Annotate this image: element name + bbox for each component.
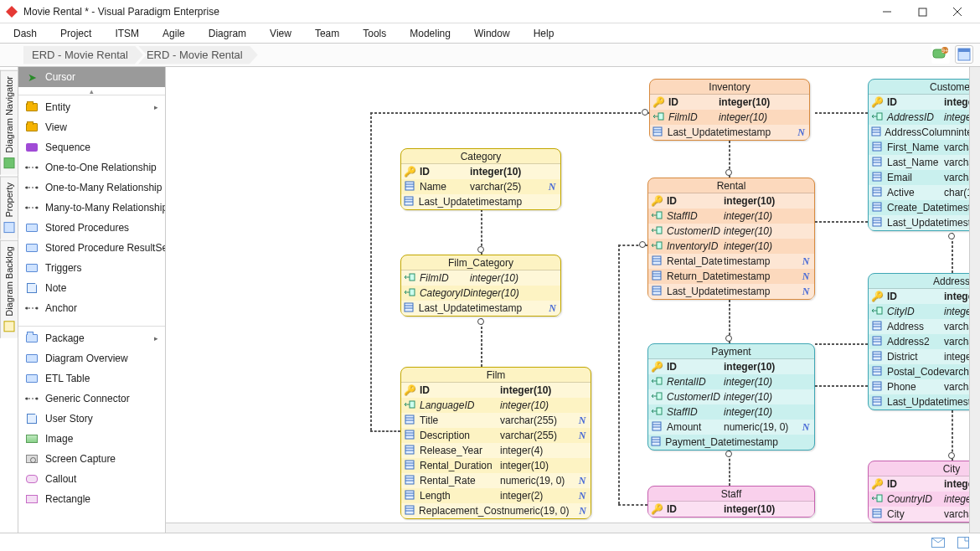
maximize-button[interactable] (905, 0, 940, 23)
feedback-icon[interactable]: 9+ (931, 45, 950, 64)
palette-stored-procedure-resultset[interactable]: Stored Procedure ResultSet (18, 238, 165, 258)
entity-row[interactable]: Addressvarchar(50)N (869, 319, 980, 334)
entity-row[interactable]: 🔑IDinteger(10) (648, 502, 814, 517)
entity-row[interactable]: AddressColumninteger(10) (869, 125, 980, 140)
relationship-line[interactable] (370, 430, 400, 432)
entity-row[interactable]: FilmIDinteger(10) (650, 110, 809, 125)
entity-row[interactable]: Last_UpdatetimestampN (648, 284, 814, 299)
relationship-line[interactable] (618, 245, 620, 504)
entity-row[interactable]: Last_UpdatetimestampN (650, 125, 809, 140)
entity-row[interactable]: Emailvarchar(50)N (869, 170, 980, 185)
entity-city[interactable]: City🔑IDinteger(10)CountryIDinteger(10)Ci… (868, 461, 980, 523)
entity-row[interactable]: Rental_Durationinteger(10) (401, 458, 591, 473)
relationship-line[interactable] (481, 318, 482, 367)
relationship-line[interactable] (815, 343, 868, 345)
entity-row[interactable]: Activechar(1) (869, 185, 980, 200)
entity-row[interactable]: 🔑IDinteger(10) (869, 476, 980, 492)
entity-header[interactable]: Film_Category (401, 255, 560, 270)
entity-row[interactable]: Rental_Ratenumeric(19, 0)N (401, 473, 591, 488)
palette-generic-connector[interactable]: Generic Connector (18, 389, 165, 409)
menu-modeling[interactable]: Modeling (410, 28, 451, 39)
entity-header[interactable]: Payment (648, 344, 814, 359)
entity-header[interactable]: Customer (869, 80, 980, 95)
menu-tools[interactable]: Tools (363, 28, 386, 39)
palette-etl-table[interactable]: ETL Table (18, 368, 165, 389)
close-button[interactable] (940, 0, 975, 23)
entity-rental[interactable]: Rental🔑IDinteger(10)StaffIDinteger(10)Cu… (647, 178, 815, 300)
palette-user-story[interactable]: User Story (18, 409, 165, 429)
palette-package[interactable]: Package▸ (18, 328, 165, 348)
palette-one-to-many-relationship[interactable]: One-to-Many Relationship (18, 178, 165, 198)
entity-row[interactable]: Payment_Datetimestamp (648, 435, 814, 450)
relationship-line[interactable] (815, 112, 868, 114)
breadcrumb[interactable]: ERD - Movie Rental (23, 46, 143, 64)
entity-row[interactable]: Descriptionvarchar(255)N (401, 428, 591, 443)
palette-anchor[interactable]: Anchor (18, 298, 165, 318)
relationship-line[interactable] (815, 221, 868, 223)
palette-diagram-overview[interactable]: Diagram Overview (18, 348, 165, 368)
palette-many-to-many-relationship[interactable]: Many-to-Many Relationship (18, 198, 165, 218)
entity-row[interactable]: 🔑IDinteger(10) (401, 383, 591, 398)
entity-row[interactable]: Last_UpdatetimestampN (401, 301, 560, 316)
entity-row[interactable]: InventoryIDinteger(10) (648, 239, 814, 254)
switch-view-icon[interactable] (955, 45, 973, 64)
entity-row[interactable]: Last_Updatetimestamp (401, 194, 560, 209)
side-tab-diagram-navigator[interactable]: Diagram Navigator (0, 70, 18, 175)
menu-dash[interactable]: Dash (13, 28, 37, 39)
entity-row[interactable]: FilmIDinteger(10) (401, 270, 560, 286)
entity-row[interactable]: 🔑IDinteger(10) (650, 95, 809, 110)
entity-row[interactable]: CityIDinteger(10) (869, 304, 980, 319)
mail-icon[interactable] (931, 536, 945, 549)
palette-one-to-one-relationship[interactable]: One-to-One Relationship (18, 157, 165, 178)
entity-row[interactable]: Last_UpdatetimestampN (869, 215, 980, 230)
palette-callout[interactable]: Callout (18, 469, 165, 489)
relationship-line[interactable] (370, 112, 372, 430)
entity-row[interactable]: Cityvarchar(50)N (869, 507, 980, 522)
entity-header[interactable]: Inventory (650, 80, 809, 95)
menu-itsm[interactable]: ITSM (115, 28, 139, 39)
palette-screen-capture[interactable]: Screen Capture (18, 449, 165, 469)
entity-payment[interactable]: Payment🔑IDinteger(10)RentalIDinteger(10)… (647, 343, 815, 451)
entity-film[interactable]: Film🔑IDinteger(10)LanguageIDinteger(10)T… (400, 367, 591, 519)
entity-staff[interactable]: Staff🔑IDinteger(10) (647, 486, 815, 518)
entity-row[interactable]: First_Namevarchar(255)N (869, 140, 980, 155)
entity-row[interactable]: Last_Updatetimestamp (869, 394, 980, 409)
entity-row[interactable]: CustomerIDinteger(10) (648, 224, 814, 239)
entity-row[interactable]: Districtinteger(20)N (869, 349, 980, 364)
entity-row[interactable]: AddressIDinteger(10) (869, 110, 980, 125)
entity-header[interactable]: Category (401, 149, 560, 164)
palette-triggers[interactable]: Triggers (18, 258, 165, 278)
entity-row[interactable]: Address2varchar(50)N (869, 334, 980, 349)
entity-row[interactable]: Phonevarchar(20)N (869, 379, 980, 394)
entity-category[interactable]: Category🔑IDinteger(10)Namevarchar(25)NLa… (400, 148, 561, 210)
menu-project[interactable]: Project (60, 28, 91, 39)
entity-row[interactable]: Titlevarchar(255)N (401, 413, 591, 428)
entity-row[interactable]: RentalIDinteger(10) (648, 374, 814, 389)
palette-cursor[interactable]: ➤Cursor (18, 67, 165, 87)
entity-row[interactable]: CountryIDinteger(10) (869, 492, 980, 507)
entity-row[interactable]: Return_DatetimestampN (648, 269, 814, 284)
entity-row[interactable]: Last_Namevarchar(255)N (869, 155, 980, 170)
palette-stored-procedures[interactable]: Stored Procedures (18, 218, 165, 238)
relationship-line[interactable] (815, 385, 868, 387)
scrollbar-horizontal[interactable] (166, 523, 970, 533)
menu-view[interactable]: View (270, 28, 291, 39)
note-status-icon[interactable] (957, 536, 970, 549)
entity-row[interactable]: CategoryIDinteger(10) (401, 286, 560, 301)
entity-row[interactable]: Amountnumeric(19, 0)N (648, 420, 814, 435)
entity-row[interactable]: Rental_DatetimestampN (648, 254, 814, 269)
entity-row[interactable]: Namevarchar(25)N (401, 179, 560, 194)
palette-view[interactable]: View (18, 117, 165, 137)
menu-team[interactable]: Team (315, 28, 339, 39)
entity-row[interactable]: LanguageIDinteger(10) (401, 398, 591, 413)
entity-row[interactable]: StaffIDinteger(10) (648, 209, 814, 224)
entity-header[interactable]: Address (869, 274, 980, 289)
entity-header[interactable]: Rental (648, 178, 814, 193)
entity-inventory[interactable]: Inventory🔑IDinteger(10)FilmIDinteger(10)… (649, 79, 810, 141)
palette-rectangle[interactable]: Rectangle (18, 489, 165, 509)
entity-address[interactable]: Address🔑IDinteger(10)CityIDinteger(10)Ad… (868, 273, 980, 410)
menu-agile[interactable]: Agile (162, 28, 185, 39)
entity-row[interactable]: 🔑IDinteger(10) (648, 193, 814, 209)
side-tab-diagram-backlog[interactable]: Diagram Backlog (0, 240, 18, 338)
diagram-canvas[interactable]: ✥ Category🔑IDinteger(10)Namevarchar(25)N… (166, 67, 980, 533)
